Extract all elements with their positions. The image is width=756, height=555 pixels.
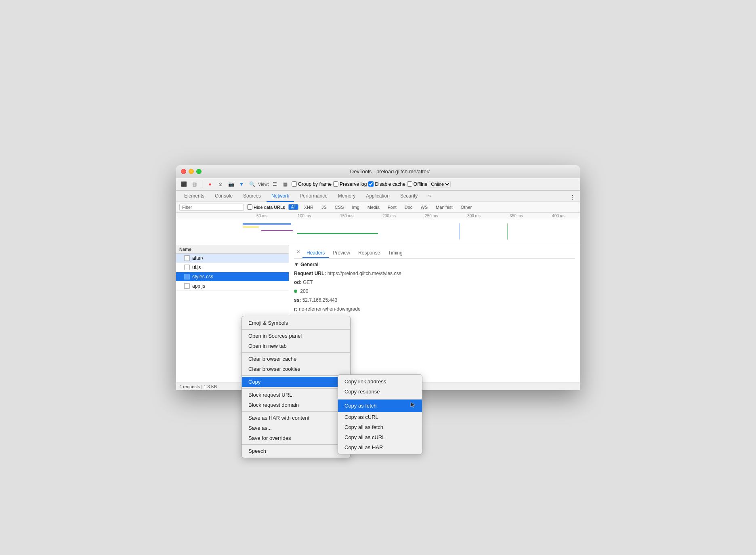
filter-xhr-button[interactable]: XHR — [302, 204, 316, 210]
menu-copy-as-curl[interactable]: Copy as cURL — [338, 412, 422, 422]
view-waterfall-button[interactable]: ▦ — [281, 180, 290, 189]
filter-css-button[interactable]: CSS — [332, 204, 346, 210]
menu-emoji-symbols[interactable]: Emoji & Symbols — [242, 318, 350, 328]
menu-open-sources[interactable]: Open in Sources panel — [242, 331, 350, 341]
detail-tabs: ✕ Headers Preview Response Timing — [294, 248, 575, 259]
timeline-250ms: 250 ms — [410, 214, 453, 218]
search-button[interactable]: 🔍 — [248, 180, 256, 189]
close-detail-button[interactable]: ✕ — [294, 248, 302, 258]
divider-2 — [242, 352, 350, 353]
filter-button[interactable]: ▼ — [237, 180, 246, 189]
filter-doc-button[interactable]: Doc — [402, 204, 415, 210]
tab-application[interactable]: Application — [361, 191, 395, 202]
tab-security[interactable]: Security — [395, 191, 422, 202]
file-item-stylescss[interactable]: styles.css — [176, 272, 289, 282]
filter-input[interactable] — [179, 204, 244, 211]
main-content: Name after/ ui.js styles.css app.js ✕ — [176, 245, 580, 383]
file-icon-stylescss — [184, 274, 190, 280]
divider-copy-1 — [338, 398, 422, 398]
menu-copy-as-fetch[interactable]: Copy as fetch — [338, 399, 422, 412]
detail-tab-headers[interactable]: Headers — [302, 248, 329, 258]
view-list-button[interactable]: ☰ — [271, 180, 279, 189]
menu-speech[interactable]: Speech ▶ — [242, 446, 350, 456]
file-list-header: Name — [176, 245, 289, 254]
hide-data-urls-checkbox[interactable]: Hide data URLs — [247, 204, 285, 210]
menu-open-new-tab[interactable]: Open in new tab — [242, 341, 350, 351]
timeline-ruler: 50 ms 100 ms 150 ms 200 ms 250 ms 300 ms… — [176, 213, 580, 219]
menu-copy-link-address[interactable]: Copy link address — [338, 376, 422, 387]
record-button[interactable]: ● — [206, 180, 214, 189]
referrer-policy-row: r: no-referrer-when-downgrade — [294, 305, 575, 313]
filter-other-button[interactable]: Other — [458, 204, 475, 210]
detail-tab-response[interactable]: Response — [354, 248, 384, 258]
divider-5 — [242, 411, 350, 412]
menu-block-domain[interactable]: Block request domain — [242, 400, 350, 410]
preserve-log-checkbox[interactable]: Preserve log — [333, 181, 367, 187]
filter-media-button[interactable]: Media — [365, 204, 382, 210]
menu-copy-all-as-fetch[interactable]: Copy all as fetch — [338, 422, 422, 432]
tab-console[interactable]: Console — [210, 191, 237, 202]
context-menu-copy: Copy link address Copy response Copy as … — [338, 374, 422, 454]
filter-bar: Hide data URLs All XHR JS CSS Img Media … — [176, 202, 580, 213]
filter-js-button[interactable]: JS — [319, 204, 329, 210]
svg-marker-0 — [411, 402, 415, 408]
cursor-icon — [410, 402, 416, 410]
file-item-after[interactable]: after/ — [176, 254, 289, 263]
view-label: View: — [258, 182, 269, 187]
file-icon-after — [184, 255, 190, 261]
timeline: 50 ms 100 ms 150 ms 200 ms 250 ms 300 ms… — [176, 213, 580, 245]
divider-4 — [242, 388, 350, 389]
timeline-350ms: 350 ms — [495, 214, 538, 218]
close-button[interactable] — [181, 169, 186, 174]
menu-copy-response[interactable]: Copy response — [338, 387, 422, 397]
dock-button[interactable]: ⬛ — [179, 180, 188, 189]
tab-network[interactable]: Network — [267, 191, 294, 202]
file-icon-appjs — [184, 283, 190, 289]
tab-elements[interactable]: Elements — [179, 191, 209, 202]
menu-save-overrides[interactable]: Save for overrides — [242, 433, 350, 443]
tab-memory[interactable]: Memory — [333, 191, 360, 202]
main-tabs: Elements Console Sources Network Perform… — [176, 191, 580, 202]
detail-tab-timing[interactable]: Timing — [384, 248, 407, 258]
tab-sources[interactable]: Sources — [238, 191, 266, 202]
menu-copy[interactable]: Copy ▶ — [242, 377, 350, 387]
group-by-frame-checkbox[interactable]: Group by frame — [292, 181, 332, 187]
requests-count: 4 requests | 1.3 KB — [179, 384, 217, 389]
filter-img-button[interactable]: Img — [349, 204, 361, 210]
filter-manifest-button[interactable]: Manifest — [433, 204, 455, 210]
divider-1 — [242, 329, 350, 330]
sidebar-button[interactable]: ▥ — [190, 180, 199, 189]
more-options-button[interactable]: ⋮ — [569, 193, 577, 202]
menu-clear-cookies[interactable]: Clear browser cookies — [242, 364, 350, 374]
tab-performance[interactable]: Performance — [295, 191, 332, 202]
filter-ws-button[interactable]: WS — [418, 204, 430, 210]
menu-clear-cache[interactable]: Clear browser cache — [242, 354, 350, 364]
tab-more[interactable]: » — [423, 191, 436, 202]
timeline-300ms: 300 ms — [453, 214, 495, 218]
timeline-400ms: 400 ms — [538, 214, 580, 218]
general-section-header[interactable]: ▼ General — [294, 262, 575, 267]
menu-copy-all-as-har[interactable]: Copy all as HAR — [338, 442, 422, 452]
detail-tab-preview[interactable]: Preview — [329, 248, 354, 258]
disable-cache-checkbox[interactable]: Disable cache — [368, 181, 405, 187]
timeline-150ms: 150 ms — [326, 214, 368, 218]
maximize-button[interactable] — [196, 169, 202, 174]
menu-save-as[interactable]: Save as... — [242, 423, 350, 433]
menu-save-har[interactable]: Save as HAR with content — [242, 413, 350, 423]
minimize-button[interactable] — [189, 169, 194, 174]
filter-font-button[interactable]: Font — [385, 204, 399, 210]
offline-checkbox[interactable]: Offline — [407, 181, 427, 187]
throttle-select[interactable]: Online — [429, 181, 451, 187]
request-url-row: Request URL: https://preload.glitch.me/s… — [294, 270, 575, 277]
menu-block-url[interactable]: Block request URL — [242, 390, 350, 400]
file-item-uijs[interactable]: ui.js — [176, 263, 289, 272]
status-code-row: 200 — [294, 288, 575, 295]
timeline-50ms: 50 ms — [241, 214, 283, 218]
divider-3 — [242, 375, 350, 376]
screenshot-button[interactable]: 📷 — [227, 180, 235, 189]
filter-all-button[interactable]: All — [288, 204, 298, 210]
file-item-appjs[interactable]: app.js — [176, 282, 289, 291]
clear-button[interactable]: ⊘ — [216, 180, 225, 189]
request-method-row: od: GET — [294, 279, 575, 286]
menu-copy-all-as-curl[interactable]: Copy all as cURL — [338, 432, 422, 442]
